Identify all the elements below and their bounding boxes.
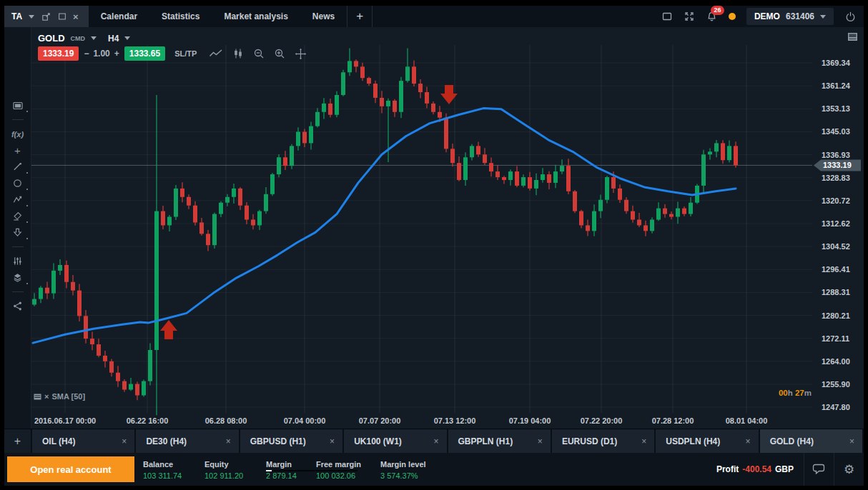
tab-statistics[interactable]: Statistics: [149, 6, 212, 27]
chat-button[interactable]: [804, 453, 834, 486]
notifications-button[interactable]: 26: [706, 11, 718, 23]
tab-calendar[interactable]: Calendar: [89, 6, 149, 27]
stat-equity: Equity 102 911.20: [204, 459, 259, 480]
gear-icon: ⚙: [844, 462, 854, 476]
indicator-settings-icon[interactable]: [34, 394, 41, 400]
instrument-tab-gbppln[interactable]: GBPPLN (H1) ×: [448, 429, 551, 453]
add-instrument-button[interactable]: +: [4, 429, 31, 453]
stat-free-margin: Free margin 100 032.06: [316, 459, 373, 480]
svg-text:1247.80: 1247.80: [822, 403, 850, 411]
add-icon[interactable]: +: [10, 145, 26, 156]
close-icon[interactable]: ×: [226, 436, 231, 446]
stat-label: Margin level: [380, 460, 440, 469]
svg-text:1320.72: 1320.72: [822, 196, 850, 205]
timeframe-label: H4: [108, 34, 119, 44]
frame-mode-icon[interactable]: [661, 11, 673, 22]
stat-value: 3 574.37%: [380, 471, 440, 480]
toolbar-divider: [12, 246, 24, 247]
close-icon[interactable]: ×: [73, 12, 79, 21]
workspace-tab-ta[interactable]: TA ×: [4, 6, 89, 27]
spread-increase-button[interactable]: +: [114, 49, 119, 59]
instrument-tab-uk100[interactable]: UK100 (W1) ×: [344, 429, 446, 453]
close-icon[interactable]: ×: [433, 436, 438, 446]
profit-currency: GBP: [775, 464, 794, 474]
instrument-tab-eurusd[interactable]: EURUSD (D1) ×: [552, 429, 654, 453]
zoom-in-icon[interactable]: [274, 48, 285, 59]
indicator-remove-icon[interactable]: ×: [44, 392, 49, 401]
line-chart-icon[interactable]: [209, 49, 223, 59]
indicator-name[interactable]: SMA [50]: [51, 392, 85, 401]
close-icon[interactable]: ×: [849, 436, 854, 446]
instrument-tab-gbpusd[interactable]: GBPUSD (H1) ×: [240, 429, 342, 453]
ellipse-icon[interactable]: [10, 178, 26, 189]
workspace-icon[interactable]: [10, 100, 26, 111]
layers-icon[interactable]: [10, 272, 26, 283]
tab-news[interactable]: News: [300, 6, 347, 27]
close-icon[interactable]: ×: [122, 436, 127, 446]
close-icon[interactable]: ×: [641, 436, 646, 446]
instrument-tab-label: GBPUSD (H1): [250, 436, 306, 446]
fullscreen-icon[interactable]: [684, 11, 695, 22]
instrument-tab-oil[interactable]: OIL (H4) ×: [32, 429, 134, 453]
chevron-down-icon[interactable]: [124, 36, 130, 40]
close-icon[interactable]: ×: [330, 436, 335, 446]
svg-text:1312.62: 1312.62: [822, 219, 850, 228]
tab-market-analysis[interactable]: Market analysis: [212, 6, 300, 27]
account-type: DEMO: [754, 11, 780, 21]
close-icon[interactable]: ×: [746, 436, 751, 446]
instrument-tab-label: UK100 (W1): [354, 436, 402, 446]
trendline-icon[interactable]: [10, 161, 26, 172]
close-icon[interactable]: ×: [538, 436, 543, 446]
chevron-down-icon[interactable]: [91, 36, 97, 40]
sell-price-button[interactable]: 1333.19: [38, 46, 79, 61]
xstation-window: TA × Calendar Statistics Market analysis…: [0, 0, 868, 490]
svg-text:1361.24: 1361.24: [822, 81, 851, 90]
price-chart[interactable]: 1369.341361.241353.131345.031336.931328.…: [31, 27, 864, 429]
add-workspace-button[interactable]: +: [347, 6, 373, 27]
connection-status-dot: [729, 13, 736, 20]
instrument-tab-gold[interactable]: GOLD (H4) ×: [760, 429, 862, 453]
stat-value: 100 032.06: [316, 471, 373, 480]
spread-decrease-button[interactable]: −: [84, 49, 89, 59]
stat-value: 103 311.74: [143, 471, 197, 480]
instrument-tab-usdpln[interactable]: USDPLN (H4) ×: [656, 429, 758, 453]
zoom-out-icon[interactable]: [253, 48, 265, 59]
svg-text:2016.06.17 00:00: 2016.06.17 00:00: [34, 416, 96, 425]
candlestick-chart-canvas[interactable]: 1369.341361.241353.131345.031336.931328.…: [31, 27, 864, 429]
share-icon[interactable]: [10, 301, 26, 311]
svg-text:1264.00: 1264.00: [822, 357, 850, 366]
margin-usage-bar: [266, 470, 357, 471]
settings-button[interactable]: ⚙: [834, 453, 864, 486]
power-icon[interactable]: [844, 11, 857, 23]
stat-label: Balance: [143, 460, 197, 469]
pan-icon[interactable]: [295, 48, 307, 60]
popout-icon[interactable]: [41, 11, 51, 22]
account-selector[interactable]: DEMO 631406: [746, 8, 834, 25]
candlestick-type-icon[interactable]: [232, 48, 244, 59]
eraser-icon[interactable]: [10, 211, 26, 221]
panel-toggle-icon[interactable]: [847, 32, 858, 41]
svg-text:00h 27m: 00h 27m: [779, 389, 812, 397]
svg-text:07.04 00:00: 07.04 00:00: [284, 416, 326, 425]
instrument-tab-label: GOLD (H4): [770, 436, 814, 446]
svg-text:07.22 20:00: 07.22 20:00: [581, 416, 623, 425]
download-icon[interactable]: [10, 227, 26, 238]
fx-indicators-icon[interactable]: f(x): [10, 129, 26, 139]
instrument-tab-label: GBPPLN (H1): [458, 436, 513, 446]
stat-value: 102 911.20: [204, 471, 259, 480]
chevron-down-icon[interactable]: [29, 15, 34, 19]
maximize-icon[interactable]: [57, 11, 67, 21]
open-real-account-button[interactable]: Open real account: [7, 456, 134, 482]
svg-text:07.19 04:00: 07.19 04:00: [509, 416, 551, 425]
profit-label: Profit: [716, 464, 739, 474]
sltp-button[interactable]: SL/TP: [174, 49, 197, 58]
tuning-icon[interactable]: [10, 256, 26, 266]
svg-text:1272.11: 1272.11: [822, 334, 849, 343]
svg-text:1333.19: 1333.19: [823, 161, 852, 169]
indicator-legend: × SMA [50]: [34, 392, 85, 401]
waves-icon[interactable]: [10, 194, 26, 205]
buy-price-button[interactable]: 1333.65: [124, 46, 165, 61]
instrument-tab-label: EURUSD (D1): [562, 436, 617, 446]
instrument-tab-de30[interactable]: DE30 (H4) ×: [136, 429, 238, 453]
svg-text:1353.13: 1353.13: [822, 104, 850, 113]
